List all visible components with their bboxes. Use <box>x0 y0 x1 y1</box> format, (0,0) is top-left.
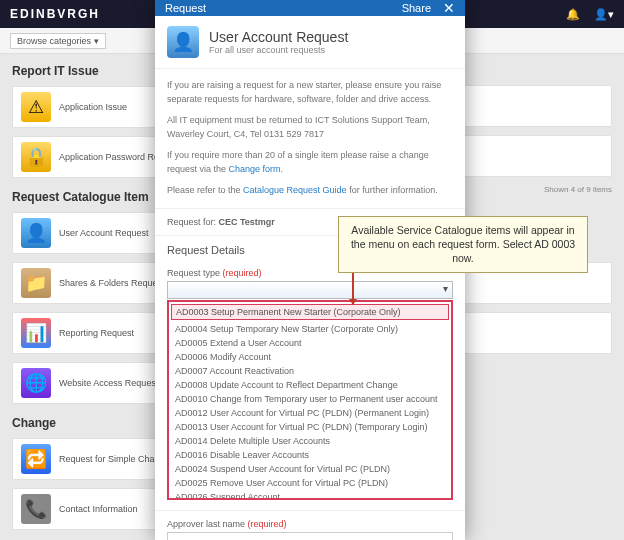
bell-icon[interactable]: 🔔 <box>566 8 580 21</box>
dropdown-option[interactable]: AD0008 Update Account to Reflect Departm… <box>169 378 451 392</box>
modal-subtitle: For all user account requests <box>209 45 348 55</box>
approver-label: Approver last name (required) <box>167 519 453 529</box>
modal-description: If you are raising a request for a new s… <box>155 69 465 209</box>
share-button[interactable]: Share <box>402 2 431 14</box>
browse-categories-button[interactable]: Browse categories ▾ <box>10 33 106 49</box>
request-type-dropdown[interactable]: AD0003 Setup Permanent New Starter (Corp… <box>167 300 453 500</box>
avatar-icon[interactable]: 👤▾ <box>594 8 614 21</box>
dropdown-option[interactable]: AD0016 Disable Leaver Accounts <box>169 448 451 462</box>
user-icon: 👤 <box>21 218 51 248</box>
globe-icon: 🌐 <box>21 368 51 398</box>
dropdown-option[interactable]: AD0014 Delete Multiple User Accounts <box>169 434 451 448</box>
modal-title: User Account Request <box>209 29 348 45</box>
change-form-link[interactable]: Change form. <box>229 164 284 174</box>
catalogue-guide-link[interactable]: Catalogue Request Guide <box>243 185 347 195</box>
modal-header: Request Share ✕ <box>155 0 465 16</box>
warning-icon: ⚠ <box>21 92 51 122</box>
phone-icon: 📞 <box>21 494 51 524</box>
dropdown-option[interactable]: AD0007 Account Reactivation <box>169 364 451 378</box>
modal-header-title: Request <box>165 2 206 14</box>
dropdown-option-ad0003[interactable]: AD0003 Setup Permanent New Starter (Corp… <box>171 304 449 320</box>
logo: EDINBVRGH <box>10 7 100 21</box>
chart-icon: 📊 <box>21 318 51 348</box>
dropdown-option[interactable]: AD0012 User Account for Virtual PC (PLDN… <box>169 406 451 420</box>
close-icon[interactable]: ✕ <box>443 0 455 16</box>
dropdown-option[interactable]: AD0013 User Account for Virtual PC (PLDN… <box>169 420 451 434</box>
dropdown-option[interactable]: AD0024 Suspend User Account for Virtual … <box>169 462 451 476</box>
approver-input[interactable] <box>167 532 453 541</box>
user-avatar-icon: 👤 <box>167 26 199 58</box>
dropdown-option[interactable]: AD0005 Extend a User Account <box>169 336 451 350</box>
change-icon: 🔁 <box>21 444 51 474</box>
lock-icon: 🔒 <box>21 142 51 172</box>
tutorial-callout: Available Service Catalogue items will a… <box>338 216 588 273</box>
dropdown-option[interactable]: AD0010 Change from Temporary user to Per… <box>169 392 451 406</box>
dropdown-option[interactable]: AD0004 Setup Temporary New Starter (Corp… <box>169 322 451 336</box>
dropdown-option[interactable]: AD0006 Modify Account <box>169 350 451 364</box>
request-type-select[interactable] <box>167 281 453 299</box>
folder-icon: 📁 <box>21 268 51 298</box>
dropdown-option[interactable]: AD0025 Remove User Account for Virtual P… <box>169 476 451 490</box>
callout-arrow-icon <box>352 272 354 304</box>
dropdown-option[interactable]: AD0026 Suspend Account <box>169 490 451 500</box>
